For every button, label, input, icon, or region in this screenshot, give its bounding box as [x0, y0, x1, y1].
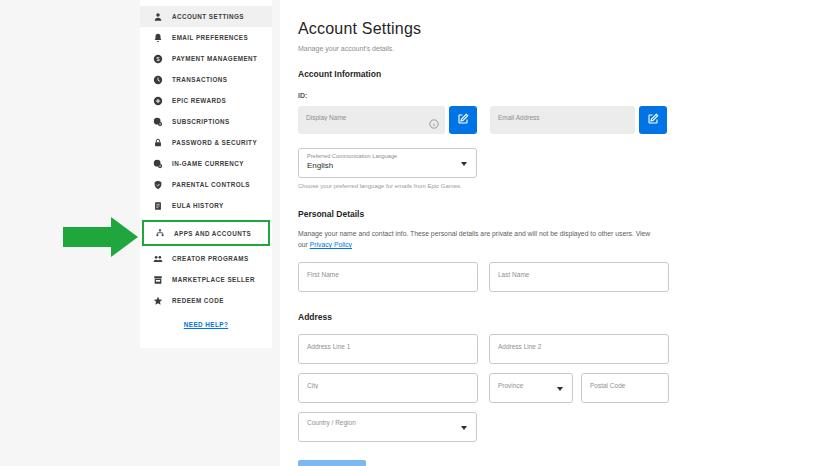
- last-name-field[interactable]: [489, 262, 669, 292]
- account-information-heading: Account Information: [298, 69, 828, 79]
- country-region-select-value: Country / Region: [307, 419, 468, 426]
- info-icon[interactable]: [429, 115, 439, 125]
- edit-display-name-button[interactable]: [449, 106, 477, 134]
- sidebar-item-account-settings[interactable]: ACCOUNT SETTINGS: [140, 6, 272, 27]
- sidebar-item-password-security[interactable]: PASSWORD & SECURITY: [140, 132, 272, 153]
- document-icon: [152, 200, 163, 211]
- first-name-input[interactable]: [299, 266, 477, 294]
- last-name-input[interactable]: [490, 266, 668, 294]
- sidebar-item-subscriptions[interactable]: SUBSCRIPTIONS: [140, 111, 272, 132]
- language-helper-text: Choose your preferred language for email…: [298, 183, 828, 189]
- subscriptions-icon: [152, 116, 163, 127]
- account-settings-panel: Account Settings Manage your account's d…: [280, 0, 828, 466]
- address-line1-input[interactable]: [299, 338, 477, 366]
- currency-icon: [152, 158, 163, 169]
- chevron-down-icon: [461, 426, 467, 430]
- language-select-label: Preferred Communication Language: [307, 153, 468, 159]
- pointer-arrow-icon: [63, 217, 138, 257]
- apps-accounts-icon: [154, 228, 165, 239]
- province-select[interactable]: Province: [489, 373, 573, 403]
- payment-icon: $: [152, 53, 163, 64]
- page-title: Account Settings: [298, 20, 828, 38]
- need-help-link[interactable]: NEED HELP?: [140, 321, 272, 328]
- sidebar-item-eula-history[interactable]: EULA HISTORY: [140, 195, 272, 216]
- address-line2-input[interactable]: [490, 338, 668, 366]
- personal-details-description: Manage your name and contact info. These…: [298, 228, 660, 250]
- language-select-value: English: [307, 161, 468, 170]
- edit-icon: [647, 113, 659, 128]
- first-name-field[interactable]: [298, 262, 478, 292]
- sidebar-item-creator-programs[interactable]: CREATOR PROGRAMS: [140, 248, 272, 269]
- bell-icon: [152, 32, 163, 43]
- pointer-arrow-shaft: [63, 227, 111, 247]
- people-icon: [152, 253, 163, 264]
- postal-code-input[interactable]: [582, 377, 668, 405]
- page-subtitle: Manage your account's details.: [298, 45, 828, 52]
- sidebar-item-transactions[interactable]: TRANSACTIONS: [140, 69, 272, 90]
- privacy-policy-link[interactable]: Privacy Policy: [310, 241, 352, 248]
- sidebar-item-parental-controls[interactable]: PARENTAL CONTROLS: [140, 174, 272, 195]
- save-changes-button[interactable]: SAVE CHANGES: [298, 460, 366, 466]
- settings-sidebar: ACCOUNT SETTINGS EMAIL PREFERENCES $ PAY…: [140, 0, 272, 348]
- country-region-select[interactable]: Country / Region: [298, 412, 477, 442]
- chevron-down-icon: [461, 162, 467, 166]
- email-address-input: [490, 108, 635, 136]
- province-select-value: Province: [498, 382, 564, 389]
- star-icon: [152, 295, 163, 306]
- postal-code-field[interactable]: [581, 373, 669, 403]
- sidebar-item-payment-management[interactable]: $ PAYMENT MANAGEMENT: [140, 48, 272, 69]
- lock-icon: [152, 137, 163, 148]
- chevron-down-icon: [557, 387, 563, 391]
- display-name-field: [298, 106, 445, 134]
- address-heading: Address: [298, 312, 828, 322]
- edit-email-button[interactable]: [639, 106, 667, 134]
- address-line2-field[interactable]: [489, 334, 669, 364]
- pointer-arrow-head: [111, 217, 138, 257]
- edit-icon: [457, 113, 469, 128]
- account-id-label: ID:: [298, 92, 828, 99]
- city-input[interactable]: [299, 377, 477, 405]
- shield-check-icon: [152, 179, 163, 190]
- address-line1-field[interactable]: [298, 334, 478, 364]
- sidebar-item-epic-rewards[interactable]: EPIC REWARDS: [140, 90, 272, 111]
- sidebar-item-email-preferences[interactable]: EMAIL PREFERENCES: [140, 27, 272, 48]
- city-field[interactable]: [298, 373, 478, 403]
- svg-text:$: $: [156, 55, 159, 61]
- personal-details-heading: Personal Details: [298, 209, 828, 219]
- sidebar-item-redeem-code[interactable]: REDEEM CODE: [140, 290, 272, 311]
- sidebar-item-marketplace-seller[interactable]: MARKETPLACE SELLER: [140, 269, 272, 290]
- language-select[interactable]: Preferred Communication Language English: [298, 148, 477, 178]
- sidebar-item-in-game-currency[interactable]: IN-GAME CURRENCY: [140, 153, 272, 174]
- clock-icon: [152, 74, 163, 85]
- email-address-field: [490, 106, 635, 134]
- storefront-icon: [152, 274, 163, 285]
- sidebar-item-apps-and-accounts[interactable]: APPS AND ACCOUNTS: [142, 220, 270, 246]
- display-name-input: [298, 108, 445, 136]
- rewards-icon: [152, 95, 163, 106]
- user-icon: [152, 11, 163, 22]
